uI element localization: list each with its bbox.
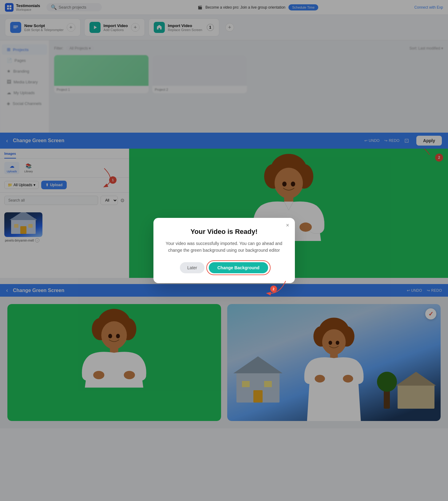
video-ready-modal: × Your Video is Ready! Your video was su… — [153, 218, 295, 283]
modal-actions: Later Change Background — [166, 262, 283, 273]
modal-body: Your video was successfully imported. Yo… — [166, 240, 283, 254]
modal-close-button[interactable]: × — [286, 222, 289, 229]
change-background-button[interactable]: Change Background — [209, 262, 268, 273]
modal-title: Your Video is Ready! — [166, 228, 283, 236]
modal-overlay: × Your Video is Ready! Your video was su… — [0, 0, 448, 428]
later-button[interactable]: Later — [180, 262, 204, 273]
annotation-2: 2 — [270, 286, 277, 292]
